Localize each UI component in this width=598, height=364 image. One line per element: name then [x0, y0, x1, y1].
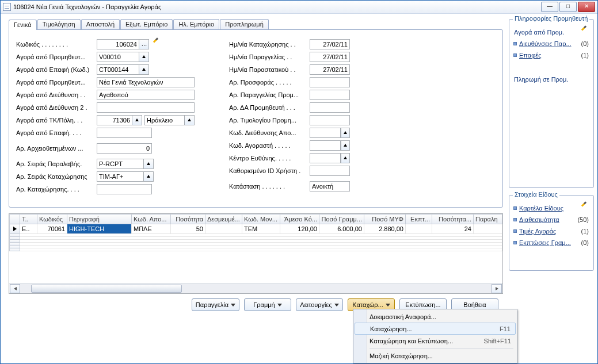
col-qty[interactable]: Ποσότητα [171, 214, 205, 224]
cell-line-amount[interactable]: 6.000,00 [319, 224, 364, 234]
cell-disc[interactable] [406, 224, 432, 234]
cell-direct[interactable]: 120,00 [280, 224, 319, 234]
scroll-track[interactable] [18, 285, 493, 293]
col-qty-rcv[interactable]: Ποσότητα... [432, 214, 474, 224]
col-recvd[interactable]: Παραλη [474, 214, 502, 224]
vendor-name-input[interactable] [97, 77, 195, 87]
col-reserved[interactable]: Δεσμευμέ... [205, 214, 242, 224]
line-menu-button[interactable]: Γραμμή [244, 298, 291, 311]
lines-grid[interactable]: Τ.. Κωδικός Περιγραφή Κωδ. Απο... Ποσότη… [9, 213, 503, 294]
ship-code-input[interactable] [310, 128, 341, 138]
minimize-button[interactable]: — [541, 2, 558, 12]
col-disc[interactable]: Εκπτ... [406, 214, 432, 224]
pencil-icon[interactable] [581, 204, 589, 212]
availability-link[interactable]: Διαθεσιμότητα (50) [514, 214, 589, 225]
series-receipt-input[interactable] [97, 159, 143, 168]
menu-batch-post[interactable]: Μαζική Καταχώρηση... [355, 350, 516, 362]
pencil-icon[interactable] [153, 40, 161, 48]
col-direct[interactable]: Άμεσο Κό... [280, 214, 319, 224]
archived-input[interactable] [97, 143, 152, 154]
vendor-field[interactable] [97, 52, 149, 62]
code-input[interactable] [97, 40, 139, 49]
col-desc[interactable]: Περιγραφή [67, 214, 132, 224]
table-row[interactable] [10, 248, 502, 251]
code-field[interactable]: … [97, 39, 149, 49]
tab-general[interactable]: Γενικά [9, 20, 37, 30]
vendor-order-no-input[interactable] [310, 90, 350, 100]
cell-myf[interactable]: 2.880,00 [364, 224, 406, 234]
resp-center-lookup-button[interactable] [341, 153, 350, 163]
series-post-field[interactable] [97, 171, 154, 182]
purchase-prices-link[interactable]: Τιμές Αγοράς (1) [514, 225, 589, 237]
close-button[interactable]: ✕ [578, 2, 595, 12]
entry-date-input[interactable] [310, 39, 350, 49]
line-discounts-link[interactable]: Εκπτώσεις Γραμ... (0) [514, 237, 589, 248]
pay-to-vendor-link[interactable]: Πληρωμή σε Προμ. [514, 74, 589, 85]
order-menu-button[interactable]: Παραγγελία [192, 298, 239, 311]
cell-qty-rcv[interactable]: 24 [432, 224, 474, 234]
contact-code-field[interactable] [97, 64, 149, 75]
series-post-input[interactable] [97, 172, 143, 181]
series-post-lookup-button[interactable] [143, 172, 153, 181]
col-apo[interactable]: Κωδ. Απο... [132, 214, 171, 224]
table-row[interactable]: Ε.. 70061 HIGH-TECH ΜΠΛΕ 50 TEM 120,00 6… [10, 224, 502, 234]
zip-field[interactable] [97, 115, 142, 125]
col-uom[interactable]: Κωδ. Μον... [242, 214, 280, 224]
item-card-link[interactable]: Καρτέλα Είδους [514, 202, 589, 214]
order-date-input[interactable] [310, 52, 350, 62]
purchaser-code-input[interactable] [310, 140, 341, 151]
tab-ecommerce[interactable]: Ηλ. Εμπόριο [173, 19, 219, 29]
tab-foreign-trade[interactable]: Εξωτ. Εμπόριο [120, 19, 173, 29]
contact-code-input[interactable] [97, 65, 139, 74]
vendor-lookup-button[interactable] [139, 52, 148, 62]
tab-prepayment[interactable]: Προπληρωμή [220, 19, 269, 29]
buy-from-vendor-link[interactable]: Αγορά από Προμ. [514, 26, 589, 38]
buy-contact-input[interactable] [97, 128, 152, 138]
contacts-link[interactable]: Επαφές (1) [514, 49, 589, 61]
purchaser-code-lookup-button[interactable] [341, 140, 350, 151]
address-input[interactable] [97, 90, 195, 100]
cell-qty[interactable]: 50 [171, 224, 205, 234]
vendor-input[interactable] [97, 52, 139, 62]
cell-apo[interactable]: ΜΠΛΕ [132, 224, 171, 234]
menu-test-report[interactable]: Δοκιμαστική Αναφορά... [355, 311, 516, 323]
series-receipt-field[interactable] [97, 159, 154, 169]
h-scrollbar[interactable] [9, 283, 502, 293]
grid-corner[interactable] [10, 214, 20, 224]
ship-code-lookup-button[interactable] [341, 128, 350, 138]
col-myf[interactable]: Ποσό ΜΥΦ [364, 214, 406, 224]
user-id-input[interactable] [310, 166, 350, 176]
scroll-thumb[interactable] [31, 285, 182, 293]
zip-input[interactable] [97, 116, 132, 125]
post-no-input[interactable] [97, 184, 152, 194]
menu-post[interactable]: Καταχώρηση... F11 [355, 323, 516, 335]
addresses-link[interactable]: Διευθύνσεις Παρ... (0) [514, 38, 589, 49]
city-field[interactable] [144, 115, 195, 125]
city-lookup-button[interactable] [184, 116, 194, 125]
vendor-shipment-no-input[interactable] [310, 102, 350, 113]
address2-input[interactable] [97, 102, 195, 113]
functions-menu-button[interactable]: Λειτουργίες [296, 298, 343, 311]
cell-desc[interactable]: HIGH-TECH [67, 224, 132, 234]
cell-type[interactable]: Ε.. [20, 224, 37, 234]
col-line-amt[interactable]: Ποσό Γραμμ... [319, 214, 364, 224]
pencil-icon[interactable] [581, 28, 589, 36]
resp-center-input[interactable] [310, 153, 341, 163]
maximize-button[interactable]: □ [559, 2, 577, 12]
cell-recvd[interactable] [474, 224, 502, 234]
status-input[interactable] [310, 181, 350, 191]
tab-invoicing[interactable]: Τιμολόγηση [37, 19, 81, 29]
col-code[interactable]: Κωδικός [37, 214, 67, 224]
tab-shipping[interactable]: Αποστολή [81, 19, 120, 29]
cell-code[interactable]: 70061 [37, 224, 67, 234]
zip-lookup-button[interactable] [132, 116, 142, 125]
cell-uom[interactable]: TEM [242, 224, 280, 234]
code-lookup-button[interactable]: … [139, 40, 148, 49]
city-input[interactable] [145, 116, 184, 125]
scroll-right-button[interactable] [492, 284, 502, 293]
series-receipt-lookup-button[interactable] [143, 159, 153, 168]
vendor-invoice-no-input[interactable] [310, 115, 350, 125]
quote-no-input[interactable] [310, 77, 350, 87]
menu-post-and-print[interactable]: Καταχώρηση και Εκτύπωση... Shift+F11 [355, 335, 516, 347]
col-type[interactable]: Τ.. [20, 214, 37, 224]
